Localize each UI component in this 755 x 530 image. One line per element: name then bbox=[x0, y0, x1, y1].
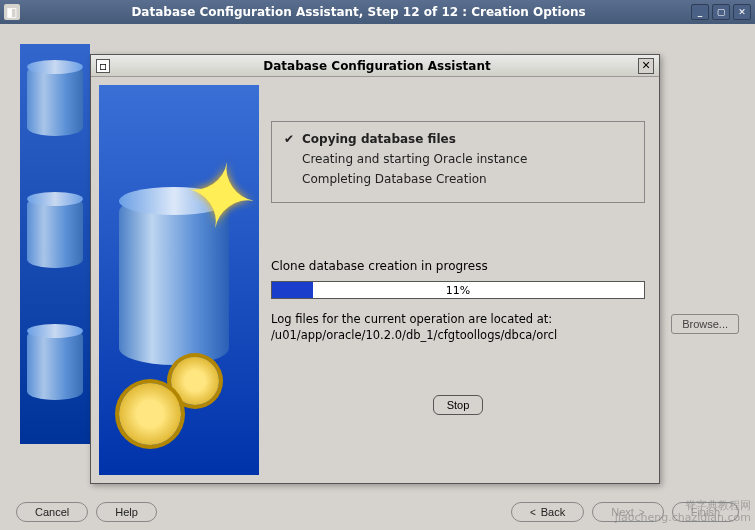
step-label: Completing Database Creation bbox=[302, 172, 487, 186]
log-location-text: Log files for the current operation are … bbox=[271, 311, 645, 343]
progress-label: Clone database creation in progress bbox=[271, 259, 645, 273]
back-button[interactable]: <Back bbox=[511, 502, 584, 522]
wizard-sidebar-art bbox=[20, 44, 90, 444]
dialog-title: Database Configuration Assistant bbox=[116, 59, 638, 73]
progress-percent-text: 11% bbox=[272, 282, 644, 298]
next-button: Next> bbox=[592, 502, 663, 522]
dialog-art-panel: ✦ bbox=[99, 85, 259, 475]
dialog-titlebar: ▫ Database Configuration Assistant ✕ bbox=[91, 55, 659, 77]
help-button[interactable]: Help bbox=[96, 502, 157, 522]
close-window-button[interactable]: ✕ bbox=[733, 4, 751, 20]
browse-button[interactable]: Browse... bbox=[671, 314, 739, 334]
gear-icon bbox=[119, 383, 181, 445]
database-cylinder-icon bbox=[27, 196, 83, 268]
progress-bar: 11% bbox=[271, 281, 645, 299]
dialog-body: ✦ ✔ Copying database files Creating and … bbox=[91, 77, 659, 483]
dialog-content: ✔ Copying database files Creating and st… bbox=[271, 85, 651, 475]
step-item: Completing Database Creation bbox=[284, 172, 632, 186]
database-cylinder-icon bbox=[27, 64, 83, 136]
log-line-1: Log files for the current operation are … bbox=[271, 311, 645, 327]
log-line-2: /u01/app/oracle/10.2.0/db_1/cfgtoollogs/… bbox=[271, 327, 645, 343]
database-cylinder-icon bbox=[27, 328, 83, 400]
wizard-button-bar: Cancel Help <Back Next> Finish bbox=[0, 502, 755, 522]
progress-dialog: ▫ Database Configuration Assistant ✕ ✦ ✔… bbox=[90, 54, 660, 484]
main-titlebar: ◧ Database Configuration Assistant, Step… bbox=[0, 0, 755, 24]
step-item: ✔ Copying database files bbox=[284, 132, 632, 146]
step-label: Creating and starting Oracle instance bbox=[302, 152, 527, 166]
finish-button: Finish bbox=[672, 502, 739, 522]
maximize-button[interactable]: ▢ bbox=[712, 4, 730, 20]
back-button-label: Back bbox=[541, 506, 565, 518]
main-window-title: Database Configuration Assistant, Step 1… bbox=[26, 5, 691, 19]
stop-button[interactable]: Stop bbox=[433, 395, 484, 415]
dialog-system-icon[interactable]: ▫ bbox=[96, 59, 110, 73]
step-label: Copying database files bbox=[302, 132, 456, 146]
gear-icon bbox=[171, 357, 219, 405]
minimize-button[interactable]: _ bbox=[691, 4, 709, 20]
step-item: Creating and starting Oracle instance bbox=[284, 152, 632, 166]
system-menu-icon[interactable]: ◧ bbox=[4, 4, 20, 20]
cancel-button[interactable]: Cancel bbox=[16, 502, 88, 522]
star-icon: ✦ bbox=[176, 139, 266, 253]
chevron-right-icon: > bbox=[639, 507, 645, 518]
check-icon: ✔ bbox=[284, 132, 296, 146]
steps-list: ✔ Copying database files Creating and st… bbox=[271, 121, 645, 203]
next-button-label: Next bbox=[611, 506, 634, 518]
dialog-close-button[interactable]: ✕ bbox=[638, 58, 654, 74]
chevron-left-icon: < bbox=[530, 507, 536, 518]
